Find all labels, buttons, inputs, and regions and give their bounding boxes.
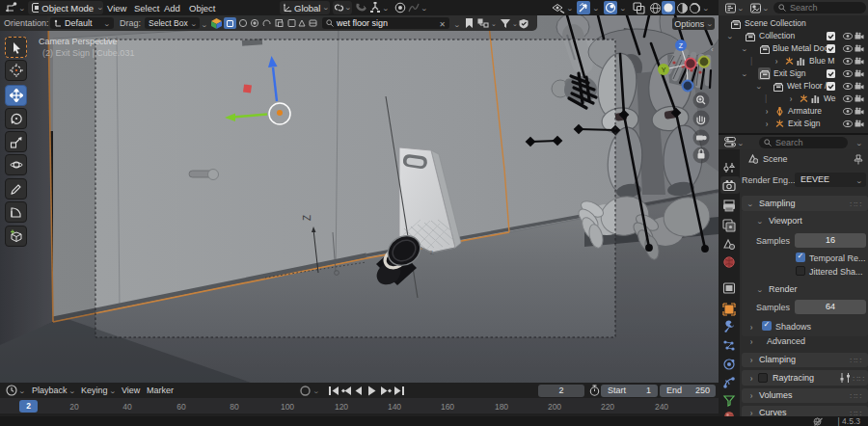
svg-text:2,: 2,: [430, 250, 434, 255]
svg-text:Z: Z: [302, 215, 312, 221]
svg-text:Y: Y: [662, 67, 666, 73]
svg-text:⌄: ⌄: [491, 20, 497, 27]
svg-text:⌄: ⌄: [512, 20, 518, 27]
svg-text:Z: Z: [679, 42, 684, 49]
svg-text:‹: ‹: [711, 45, 714, 54]
